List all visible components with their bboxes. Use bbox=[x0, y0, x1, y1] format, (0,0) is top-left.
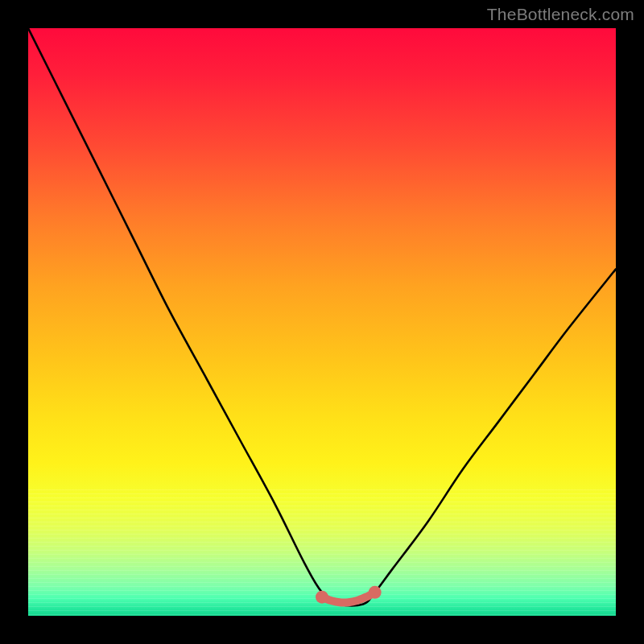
chart-frame: TheBottleneck.com bbox=[0, 0, 644, 644]
bottleneck-curve-path bbox=[28, 28, 616, 605]
chart-svg bbox=[28, 28, 616, 616]
optimal-flat-segment bbox=[316, 586, 382, 604]
optimal-segment-path bbox=[322, 592, 375, 603]
optimal-segment-endpoint bbox=[316, 591, 328, 604]
optimal-segment-endpoint bbox=[369, 586, 382, 599]
attribution-watermark: TheBottleneck.com bbox=[487, 5, 634, 24]
plot-area bbox=[28, 28, 616, 616]
